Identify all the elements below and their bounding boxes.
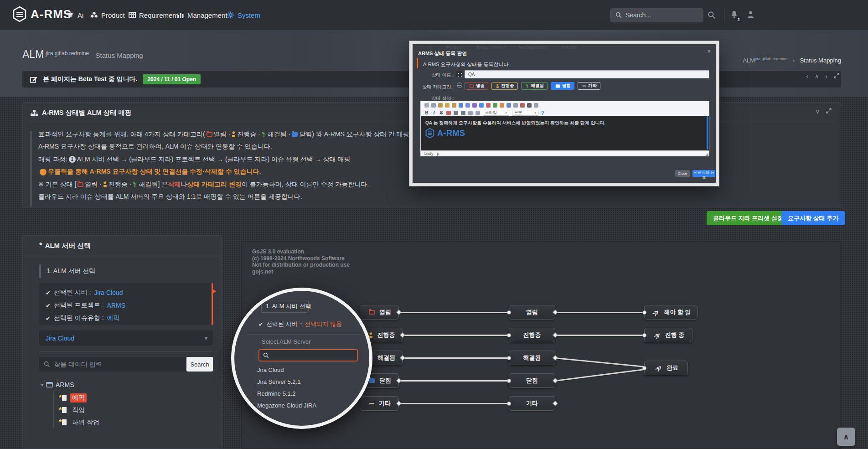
toolbar-help-icon[interactable]: ? xyxy=(541,110,544,116)
editor-content[interactable]: QA 는 정확하게 요구사항을 수용하여 서비스에 반영되었는지 확인하는 최종… xyxy=(421,116,709,150)
link-port-diamond[interactable] xyxy=(553,355,558,360)
tree-search-box[interactable] xyxy=(39,357,187,372)
toolbar-icon[interactable] xyxy=(493,103,497,108)
editor-path-body[interactable]: body xyxy=(424,151,434,156)
chevron-left-icon[interactable]: ‹ xyxy=(806,72,808,80)
close-icon[interactable]: × xyxy=(707,48,711,55)
search-input[interactable] xyxy=(625,11,694,19)
link-port-diamond[interactable] xyxy=(396,378,401,383)
toolbar-icon[interactable] xyxy=(454,111,458,115)
toolbar-icon[interactable] xyxy=(445,103,450,108)
link-port-dot[interactable] xyxy=(507,402,511,406)
status-name-input[interactable] xyxy=(465,70,709,78)
toolbar-icon[interactable] xyxy=(479,103,484,108)
tree-item-하위 작업[interactable]: 하위 작업 xyxy=(58,416,101,428)
collapse-chevron-icon[interactable]: ∨ xyxy=(815,108,820,115)
status-node[interactable]: 기타 xyxy=(509,396,555,411)
editor-scrollbar[interactable] xyxy=(707,116,708,150)
nav-item-product[interactable]: Product xyxy=(90,0,125,30)
toolbar-icon[interactable] xyxy=(452,103,456,108)
toolbar-icon[interactable] xyxy=(520,103,525,108)
category-chip-progress[interactable]: 진행중 xyxy=(491,82,518,90)
status-node[interactable]: 기타 xyxy=(360,396,399,411)
diagram-link[interactable] xyxy=(399,312,509,313)
status-node[interactable]: 해야 할 일 xyxy=(644,305,698,320)
toolbar-italic-icon[interactable]: I xyxy=(432,110,436,115)
toolbar-icon[interactable] xyxy=(459,103,463,108)
diagram-link[interactable] xyxy=(403,335,509,336)
popup-submit-button[interactable]: 신규 상태 등록 xyxy=(692,170,715,177)
toolbar-icon[interactable] xyxy=(468,111,473,115)
link-port-diamond[interactable] xyxy=(400,332,405,337)
nav-item-requirement[interactable]: Requirement xyxy=(129,0,178,30)
category-chip-resolved[interactable]: 해결됨 xyxy=(521,82,548,90)
link-port-dot[interactable] xyxy=(642,366,646,370)
tree-expander-icon[interactable]: ▾ xyxy=(41,382,43,387)
link-port-diamond[interactable] xyxy=(396,401,401,406)
editor-path-p[interactable]: p xyxy=(437,151,439,156)
diagram-link[interactable] xyxy=(399,403,509,404)
diagram-link[interactable] xyxy=(555,357,644,367)
diagram-link[interactable] xyxy=(555,369,644,382)
expand-icon[interactable] xyxy=(834,72,839,80)
status-node[interactable]: 열림 xyxy=(509,305,555,320)
toolbar-icon[interactable] xyxy=(424,103,429,108)
add-status-button[interactable]: 요구사항 상태 추가 xyxy=(781,211,845,225)
status-node[interactable]: 진행 중 xyxy=(644,328,692,342)
status-node[interactable]: 완료 xyxy=(644,361,688,375)
search-box[interactable] xyxy=(610,8,703,22)
toolbar-icon[interactable] xyxy=(500,103,504,108)
category-chip-open[interactable]: 열림 xyxy=(465,82,488,90)
brand-logo[interactable]: A-RMS xyxy=(13,6,72,22)
breadcrumb-root[interactable]: ALM xyxy=(743,57,755,64)
toolbar-icon[interactable] xyxy=(475,111,480,115)
toolbar-icon[interactable] xyxy=(431,103,436,108)
user-icon[interactable] xyxy=(747,10,754,20)
tree-search-button[interactable]: Search xyxy=(186,357,213,372)
link-port-dot[interactable] xyxy=(642,310,646,315)
toolbar-icon[interactable] xyxy=(486,103,491,108)
link-port-diamond[interactable] xyxy=(553,310,558,315)
nav-item-system[interactable]: System xyxy=(227,0,260,30)
tree-search-input[interactable] xyxy=(54,361,168,368)
status-node[interactable]: 닫힘 xyxy=(509,373,555,388)
link-port-diamond[interactable] xyxy=(396,310,401,315)
diagram-link[interactable] xyxy=(555,335,644,336)
toolbar-bold-icon[interactable]: B xyxy=(424,110,429,115)
server-option[interactable]: Megazone Cloud JIRA xyxy=(257,399,316,411)
tree-item-에픽[interactable]: 에픽 xyxy=(58,392,101,404)
expand-icon[interactable] xyxy=(826,108,832,115)
resize-grip-icon[interactable] xyxy=(705,153,708,156)
link-port-dot[interactable] xyxy=(507,333,511,337)
toolbar-icon[interactable] xyxy=(438,103,443,108)
server-option[interactable]: Redmine 5.1.2 xyxy=(257,387,316,399)
toolbar-icon[interactable] xyxy=(461,111,465,115)
chevron-right-icon[interactable]: › xyxy=(825,72,827,80)
link-port-dot[interactable] xyxy=(642,333,646,337)
link-port-diamond[interactable] xyxy=(400,355,405,360)
status-node[interactable]: 해결됨 xyxy=(509,351,555,365)
toolbar-paragraph-select[interactable]: 본문▾ xyxy=(512,110,538,116)
toolbar-icon[interactable] xyxy=(506,103,511,108)
status-node[interactable]: 진행중 xyxy=(509,328,555,342)
toolbar-icon[interactable] xyxy=(472,103,477,108)
server-option[interactable]: Jira Server 5.2.1 xyxy=(257,376,316,387)
link-port-diamond[interactable] xyxy=(553,332,558,337)
toolbar-icon[interactable] xyxy=(446,111,451,115)
tree-root-project[interactable]: ▾ ARMS xyxy=(41,379,101,391)
link-port-diamond[interactable] xyxy=(553,401,558,406)
link-port-dot[interactable] xyxy=(507,356,511,360)
server-dropdown[interactable]: Jira Cloud ▾ xyxy=(39,330,213,346)
diagram-link[interactable] xyxy=(555,312,644,313)
toolbar-strike-icon[interactable]: S xyxy=(439,110,444,115)
nav-item-management[interactable]: Management xyxy=(177,0,227,30)
toolbar-icon[interactable] xyxy=(513,103,518,108)
status-node[interactable]: 열림 xyxy=(360,305,399,320)
rich-text-editor[interactable]: BIS스타일▾본문▾? QA 는 정확하게 요구사항을 수용하여 서비스에 반영… xyxy=(420,101,709,156)
link-port-dot[interactable] xyxy=(507,379,511,383)
toolbar-icon[interactable] xyxy=(465,103,470,108)
link-port-diamond[interactable] xyxy=(553,378,558,383)
category-chip-etc[interactable]: 기타 xyxy=(578,82,600,90)
toolbar-style-select[interactable]: 스타일▾ xyxy=(483,110,509,116)
diagram-link[interactable] xyxy=(399,380,509,382)
